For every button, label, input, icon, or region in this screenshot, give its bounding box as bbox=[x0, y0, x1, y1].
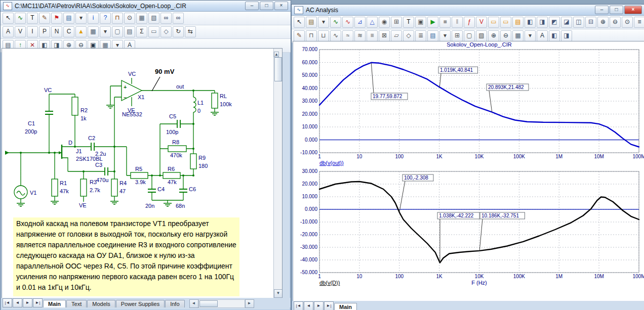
node-voltages-icon[interactable]: V bbox=[15, 26, 26, 37]
panel-right-icon[interactable]: ◨ bbox=[537, 17, 548, 28]
plot-canvas[interactable]: 70.00060.00050.00040.00030.00020.00010.0… bbox=[293, 41, 644, 301]
menu-icon[interactable]: ≡ bbox=[634, 17, 644, 28]
wave-flat-icon[interactable]: ⊓ bbox=[306, 30, 317, 41]
attribute-text-icon[interactable]: A bbox=[3, 26, 14, 37]
info-icon[interactable]: i bbox=[88, 13, 99, 24]
text-tool-icon[interactable]: T bbox=[403, 17, 414, 28]
scroll-left-button[interactable]: ◄ bbox=[189, 299, 198, 308]
zoom-in-icon[interactable]: ⊕ bbox=[488, 30, 499, 41]
nav-button[interactable]: ►| bbox=[324, 301, 334, 310]
text-tool-icon[interactable]: T bbox=[27, 13, 38, 24]
wave-approx-icon[interactable]: ≈ bbox=[342, 30, 353, 41]
analysis-tab[interactable]: Main bbox=[334, 303, 357, 310]
nav-button[interactable]: |◄ bbox=[294, 301, 303, 310]
pencil-tool-icon[interactable]: ✎ bbox=[39, 13, 50, 24]
pages-right-icon[interactable]: ◨ bbox=[561, 30, 572, 41]
scroll-up-button[interactable]: ▲ bbox=[274, 52, 279, 57]
wave-triple-icon[interactable]: ≋ bbox=[354, 30, 366, 41]
ac-analysis-titlebar[interactable]: ∿ AC Analysis – □ × bbox=[292, 5, 644, 16]
sheet-tab[interactable]: Models bbox=[87, 300, 115, 307]
panel-left-icon[interactable]: ◧ bbox=[525, 17, 536, 28]
properties-icon[interactable]: ▣ bbox=[415, 17, 426, 28]
scope-cursor-icon[interactable]: ∿ bbox=[330, 17, 341, 28]
split-horizontal-icon[interactable]: ◫ bbox=[573, 17, 584, 28]
component-icon[interactable]: ⊙ bbox=[124, 13, 135, 24]
sheet-tab[interactable]: Info bbox=[165, 300, 184, 307]
help-mode-icon[interactable]: ? bbox=[100, 13, 111, 24]
find-icon[interactable]: ∞ bbox=[160, 13, 172, 24]
box-tool-icon[interactable]: ▭ bbox=[148, 26, 159, 37]
schematic-canvas[interactable]: VCC1200pR21kDJ12SK170BLC22.2uR147kV1R32.… bbox=[2, 48, 283, 298]
scroll-right-button[interactable]: ► bbox=[245, 299, 254, 308]
scope-peak-icon[interactable]: △ bbox=[367, 17, 378, 28]
wave-sine-icon[interactable]: ∿ bbox=[330, 30, 341, 41]
watch-icon[interactable]: ▤ bbox=[512, 17, 524, 28]
sheet-icon[interactable]: ▧ bbox=[148, 13, 159, 24]
grid-dropdown-icon[interactable]: ▦ bbox=[512, 30, 524, 41]
nav-button[interactable]: ► bbox=[23, 298, 32, 307]
scope-grid-icon[interactable]: ⊞ bbox=[391, 17, 402, 28]
calculator-icon[interactable]: ⊞ bbox=[452, 30, 463, 41]
dynamic-f-icon[interactable]: ƒ bbox=[464, 17, 475, 28]
pages-left-icon[interactable]: ◧ bbox=[549, 30, 560, 41]
trace-label[interactable]: db(v(D)) bbox=[319, 280, 340, 286]
nav-button[interactable]: |◄ bbox=[3, 298, 12, 307]
clipboard-icon[interactable]: ▤ bbox=[63, 13, 74, 24]
flag-icon[interactable]: ⚑ bbox=[51, 13, 62, 24]
sum-icon[interactable]: Σ bbox=[136, 26, 147, 37]
nav-button[interactable]: ►| bbox=[33, 298, 43, 307]
numeric-output-icon[interactable]: ▭ bbox=[488, 17, 499, 28]
stop-button[interactable]: ■ bbox=[439, 17, 451, 28]
select-tool-icon[interactable]: ↖ bbox=[294, 17, 305, 28]
wave-skew-icon[interactable]: ▱ bbox=[391, 30, 402, 41]
find-next-icon[interactable]: ∞ bbox=[173, 13, 184, 24]
rotate-icon[interactable]: ↻ bbox=[173, 26, 184, 37]
scope-point-icon[interactable]: ◉ bbox=[379, 17, 390, 28]
scroll-down-button[interactable]: ▼ bbox=[274, 289, 283, 298]
zoom-out-icon[interactable]: ⊖ bbox=[610, 17, 621, 28]
paste-dropdown-arrow[interactable]: ▾ bbox=[439, 30, 451, 41]
wire-tool-icon[interactable]: ∿ bbox=[15, 13, 26, 24]
grid-dots-icon[interactable]: ▦ bbox=[88, 26, 99, 37]
wave-well-icon[interactable]: ⊔ bbox=[318, 30, 329, 41]
maximize-button[interactable]: □ bbox=[610, 6, 623, 14]
scope-tag-icon[interactable]: ∿ bbox=[342, 17, 353, 28]
grid-options-dropdown[interactable]: ▾ bbox=[100, 26, 111, 37]
zoom-region-icon[interactable]: ▧ bbox=[476, 30, 487, 41]
flip-icon[interactable]: ⇆ bbox=[185, 26, 196, 37]
run-button[interactable]: ▶ bbox=[427, 17, 438, 28]
trace-label[interactable]: db(v(out)) bbox=[319, 160, 344, 166]
panel-top-icon[interactable]: ◩ bbox=[549, 17, 560, 28]
warning-icon[interactable]: ▲ bbox=[75, 26, 87, 37]
probe-icon[interactable]: V bbox=[476, 17, 487, 28]
scope-slope-icon[interactable]: ⊿ bbox=[354, 17, 366, 28]
sheet-tab[interactable]: Power Supplies bbox=[116, 300, 165, 307]
close-button[interactable]: × bbox=[274, 2, 288, 10]
zoom-auto-icon[interactable]: ⊙ bbox=[622, 17, 633, 28]
paste-icon[interactable]: ▤ bbox=[427, 30, 438, 41]
blank-page-icon[interactable]: ▢ bbox=[112, 26, 123, 37]
hscroll-thumb[interactable] bbox=[199, 300, 218, 307]
wave-box-icon[interactable]: ⊠ bbox=[379, 30, 390, 41]
sheet-tab[interactable]: Text bbox=[66, 300, 87, 307]
pause-button[interactable]: ‖ bbox=[452, 17, 463, 28]
nav-button[interactable]: ◄ bbox=[13, 298, 22, 307]
minimize-button[interactable]: – bbox=[245, 2, 259, 10]
open-dropdown-arrow[interactable]: ▾ bbox=[318, 17, 329, 28]
currents-icon[interactable]: I bbox=[27, 26, 38, 37]
close-button[interactable]: × bbox=[624, 6, 642, 14]
sheet-tab[interactable]: Main bbox=[43, 300, 66, 307]
split-vertical-icon[interactable]: ⊟ bbox=[585, 17, 596, 28]
scroll-thumb[interactable] bbox=[274, 57, 282, 81]
powers-icon[interactable]: P bbox=[39, 26, 50, 37]
zoom-in-icon[interactable]: ⊕ bbox=[597, 17, 609, 28]
layers-icon[interactable]: ≣ bbox=[415, 30, 426, 41]
minimize-button[interactable]: – bbox=[595, 6, 609, 14]
maximize-button[interactable]: □ bbox=[260, 2, 273, 10]
state-variables-icon[interactable]: ▭ bbox=[500, 17, 511, 28]
digital-path-icon[interactable]: ⊓ bbox=[112, 13, 123, 24]
open-file-icon[interactable]: ▤ bbox=[306, 17, 317, 28]
nav-button[interactable]: ► bbox=[314, 301, 324, 310]
wave-diamond-icon[interactable]: ◇ bbox=[403, 30, 414, 41]
schematic-note-text[interactable]: Входной каскад на полевом транзисторе VT… bbox=[13, 217, 239, 296]
